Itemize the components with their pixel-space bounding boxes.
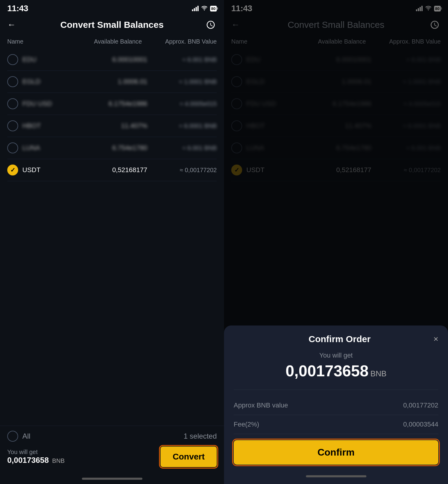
home-indicator-right: [234, 471, 438, 482]
col-name-header: Name: [7, 38, 67, 45]
wifi-icon: [201, 5, 208, 12]
status-bar-left: 11:43 80: [0, 0, 224, 16]
row-name-usdt: USDT: [22, 166, 78, 174]
row-bnb-1: ≈ 6.001 BNB: [147, 56, 217, 63]
row-balance-4: 11.407%: [78, 122, 148, 130]
row-bnb-usdt: ≈ 0,00177202: [147, 167, 217, 174]
detail-row-fee: Fee(2%) 0,00003544: [234, 415, 438, 434]
time-left: 11:43: [7, 4, 28, 13]
row-bnb-3: ≈ 4.0005e015: [147, 100, 217, 107]
bottom-bar-left: All 1 selected You will get 0,00173658 B…: [0, 426, 224, 473]
row-checkbox-3[interactable]: [7, 98, 18, 109]
table-row[interactable]: EDU 6.00010001 ≈ 6.001 BNB: [7, 49, 217, 71]
back-button-left[interactable]: ←: [7, 21, 16, 29]
row-checkbox-1[interactable]: [7, 54, 18, 65]
bnb-unit: BNB: [370, 369, 386, 378]
confirm-sheet: Confirm Order × You will get 0,00173658B…: [224, 325, 448, 484]
you-will-get-section: You will get 0,00173658BNB: [234, 352, 438, 380]
row-name-3: FDU USD: [22, 100, 78, 108]
detail-row-approx: Approx BNB value 0,00177202: [234, 396, 438, 415]
row-balance-usdt: 0,52168177: [78, 166, 148, 174]
will-get-amount: 0,00173658 BNB: [7, 456, 65, 465]
confirm-details: Approx BNB value 0,00177202 Fee(2%) 0,00…: [234, 390, 438, 434]
page-title-left: Convert Small Balances: [60, 20, 164, 30]
home-bar-right: [306, 475, 366, 477]
battery-icon: 80: [210, 6, 217, 11]
table-header-left: Name Available Balance Approx. BNB Value: [0, 36, 224, 49]
will-get-unit: BNB: [52, 457, 65, 464]
fee-value: 0,00003544: [403, 420, 438, 428]
will-get-label: You will get: [7, 449, 65, 456]
home-bar: [82, 478, 142, 480]
row-checkbox-4[interactable]: [7, 120, 18, 131]
table-row[interactable]: EGLD 1.0006.01 ≈ 1.0001 BNB: [7, 71, 217, 93]
approx-label: Approx BNB value: [234, 401, 288, 409]
row-checkbox-5[interactable]: [7, 142, 18, 153]
row-name-5: LUNA: [22, 144, 78, 152]
col-balance-header: Available Balance: [67, 38, 142, 45]
row-name-4: HBOT: [22, 122, 78, 130]
table-row-usdt[interactable]: USDT 0,52168177 ≈ 0,00177202: [7, 159, 217, 181]
row-balance-5: 6.754e1780: [78, 144, 148, 152]
table-row[interactable]: LUNA 6.754e1780 ≈ 6.001 BNB: [7, 137, 217, 159]
approx-value: 0,00177202: [403, 401, 438, 409]
row-checkbox-2[interactable]: [7, 76, 18, 87]
fee-label: Fee(2%): [234, 420, 259, 428]
history-icon-left[interactable]: [205, 19, 217, 31]
signal-icon: [192, 6, 199, 11]
confirm-header: Confirm Order ×: [234, 334, 438, 344]
row-balance-1: 6.00010001: [78, 56, 148, 64]
table-row[interactable]: FDU USD 6.1754e1986 ≈ 4.0005e015: [7, 93, 217, 115]
row-bnb-5: ≈ 6.001 BNB: [147, 145, 217, 152]
row-name-1: EDU: [22, 56, 78, 64]
row-bnb-4: ≈ 6.0001 BNB: [147, 123, 217, 129]
row-bnb-2: ≈ 1.0001 BNB: [147, 78, 217, 85]
status-icons-left: 80: [192, 5, 217, 12]
row-checkbox-usdt[interactable]: [7, 165, 18, 175]
bottom-action-row: You will get 0,00173658 BNB Convert: [7, 446, 217, 467]
right-screen: 11:43 80 ← Convert Small Balances: [224, 0, 448, 484]
you-will-get-amount: 0,00173658BNB: [234, 362, 438, 380]
confirm-button[interactable]: Confirm: [234, 440, 438, 465]
row-name-2: EGLD: [22, 78, 78, 86]
all-label: All: [22, 432, 31, 440]
confirm-title: Confirm Order: [246, 334, 433, 344]
table-row[interactable]: HBOT 11.407% ≈ 6.0001 BNB: [7, 115, 217, 137]
col-bnb-header: Approx. BNB Value: [142, 38, 217, 45]
header-left: ← Convert Small Balances: [0, 16, 224, 36]
convert-button[interactable]: Convert: [161, 446, 217, 467]
select-all-left: All: [7, 431, 31, 442]
left-screen: 11:43 80 ← Convert Small Balances: [0, 0, 224, 484]
close-button[interactable]: ×: [433, 335, 438, 343]
table-body-left: EDU 6.00010001 ≈ 6.001 BNB EGLD 1.0006.0…: [0, 49, 224, 426]
home-indicator-left: [0, 473, 224, 484]
you-will-get-label: You will get: [234, 352, 438, 359]
all-checkbox[interactable]: [7, 431, 18, 442]
row-balance-3: 6.1754e1986: [78, 100, 148, 108]
will-get-section: You will get 0,00173658 BNB: [7, 449, 65, 465]
selected-count: 1 selected: [184, 432, 217, 440]
row-balance-2: 1.0006.01: [78, 78, 148, 86]
select-all-row: All 1 selected: [7, 431, 217, 442]
